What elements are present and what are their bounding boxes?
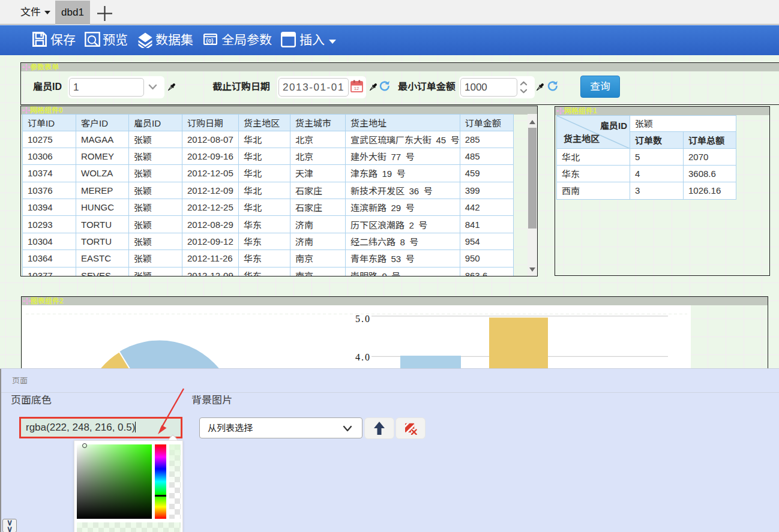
svg-text:12: 12 (354, 86, 359, 91)
svg-text:5.0: 5.0 (355, 313, 371, 323)
svg-text:{0}: {0} (206, 37, 214, 44)
svg-text:4.0: 4.0 (355, 352, 371, 362)
